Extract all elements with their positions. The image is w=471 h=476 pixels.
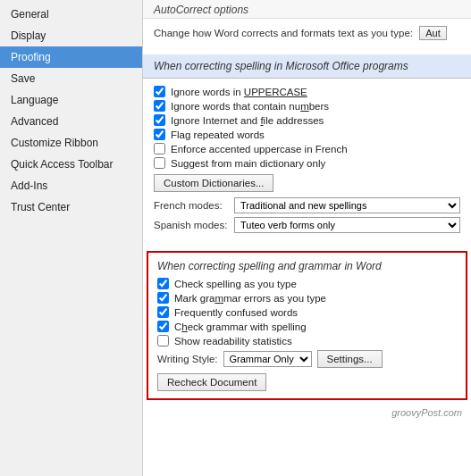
writing-style-row: Writing Style: Grammar Only Settings... [157, 350, 457, 368]
checkbox-ignore-uppercase-input[interactable] [154, 86, 165, 97]
sidebar-item-general[interactable]: General [0, 4, 142, 25]
recheck-row: Recheck Document [157, 373, 457, 391]
french-modes-select[interactable]: Traditional and new spellings [234, 197, 460, 213]
spelling-word-section: When correcting spelling and grammar in … [147, 251, 467, 400]
sidebar-item-save[interactable]: Save [0, 68, 142, 89]
sidebar: General Display Proofing Save Language A… [0, 0, 143, 476]
autocorrect-section-title: AutoCorrect options [143, 0, 471, 19]
main-content: AutoCorrect options Change how Word corr… [143, 0, 471, 476]
spelling-word-section-title: When correcting spelling and grammar in … [157, 260, 457, 272]
french-modes-row: French modes: Traditional and new spelli… [154, 197, 460, 213]
checkbox-flag-repeated-input[interactable] [154, 129, 165, 140]
checkbox-suggest-main-input[interactable] [154, 157, 165, 169]
writing-style-select[interactable]: Grammar Only [223, 351, 312, 367]
checkbox-confused-words-input[interactable] [157, 306, 169, 318]
checkbox-check-spelling-input[interactable] [157, 278, 169, 289]
sidebar-item-language[interactable]: Language [0, 89, 142, 111]
checkbox-mark-grammar-input[interactable] [157, 292, 169, 304]
spelling-office-section-title: When correcting spelling in Microsoft Of… [143, 54, 471, 79]
checkbox-confused-words: Frequently confused words [157, 306, 457, 318]
spanish-modes-select[interactable]: Tuteo verb forms only [234, 217, 460, 233]
sidebar-item-customize-ribbon[interactable]: Customize Ribbon [0, 132, 142, 154]
sidebar-item-proofing[interactable]: Proofing [0, 46, 142, 68]
spanish-modes-row: Spanish modes: Tuteo verb forms only [154, 217, 460, 233]
sidebar-item-trust-center[interactable]: Trust Center [0, 196, 142, 218]
checkbox-check-grammar: Check grammar with spelling [157, 321, 457, 332]
watermark: groovyPost.com [143, 405, 471, 420]
checkbox-mark-grammar: Mark grammar errors as you type [157, 292, 457, 304]
checkbox-ignore-numbers-input[interactable] [154, 100, 165, 112]
sidebar-item-display[interactable]: Display [0, 25, 142, 46]
checkbox-readability-input[interactable] [157, 335, 169, 347]
autocorrect-button[interactable]: Aut [419, 26, 447, 40]
checkbox-ignore-numbers: Ignore words that contain numbers [154, 100, 460, 112]
recheck-document-button[interactable]: Recheck Document [157, 373, 266, 391]
checkbox-suggest-main: Suggest from main dictionary only [154, 157, 460, 169]
french-modes-label: French modes: [154, 200, 234, 211]
checkbox-readability: Show readability statistics [157, 335, 457, 347]
checkbox-check-grammar-input[interactable] [157, 321, 169, 332]
checkbox-flag-repeated: Flag repeated words [154, 129, 460, 140]
sidebar-item-advanced[interactable]: Advanced [0, 111, 142, 132]
checkbox-check-spelling: Check spelling as you type [157, 278, 457, 289]
spanish-modes-label: Spanish modes: [154, 220, 234, 230]
sidebar-item-addins[interactable]: Add-Ins [0, 175, 142, 196]
writing-style-label: Writing Style: [157, 354, 218, 364]
checkbox-enforce-french: Enforce accented uppercase in French [154, 143, 460, 154]
checkbox-ignore-internet-input[interactable] [154, 114, 165, 126]
checkbox-enforce-french-input[interactable] [154, 143, 165, 154]
checkbox-ignore-uppercase: Ignore words in UPPERCASE [154, 86, 460, 97]
custom-dictionaries-button[interactable]: Custom Dictionaries... [154, 174, 273, 192]
checkbox-ignore-internet: Ignore Internet and file addresses [154, 114, 460, 126]
autocorrect-description: Change how Word corrects and formats tex… [154, 26, 460, 40]
settings-button[interactable]: Settings... [317, 350, 383, 368]
sidebar-item-quick-access[interactable]: Quick Access Toolbar [0, 154, 142, 175]
